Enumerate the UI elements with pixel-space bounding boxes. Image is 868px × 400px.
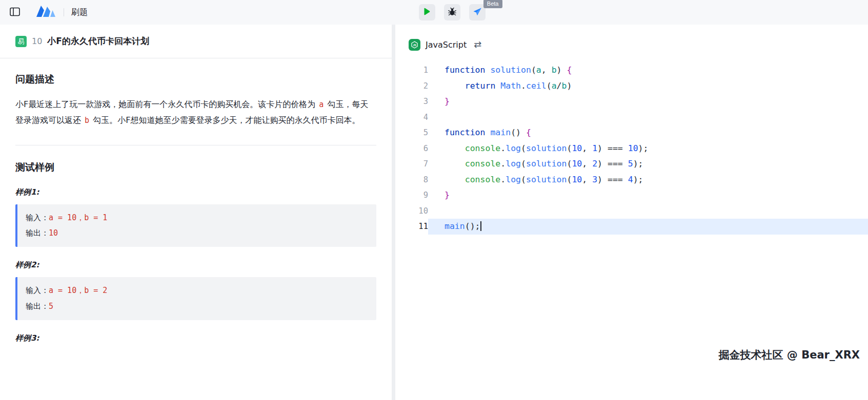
brand-divider [64, 8, 64, 16]
code-line[interactable]: 3} [395, 94, 868, 110]
description-heading: 问题描述 [15, 73, 376, 86]
problem-panel: 易 10 小F的永久代币卡回本计划 问题描述 小F最近迷上了玩一款游戏，她面前有… [0, 25, 392, 400]
line-number: 10 [395, 203, 428, 219]
editor-panel: JS JavaScript ⇄ 1function solution(a, b)… [395, 25, 868, 400]
sample-row: 输入：a = 10，b = 1 [26, 210, 368, 226]
code-line[interactable]: 10 [395, 203, 868, 219]
inline-code: a [318, 100, 325, 109]
code-line-text: } [428, 187, 868, 203]
code-line-text: function solution(a, b) { [428, 62, 868, 78]
app-logo[interactable] [35, 5, 56, 20]
difficulty-badge: 易 [15, 36, 27, 47]
play-icon [423, 8, 430, 17]
sample-row: 输出：10 [26, 225, 368, 241]
line-number: 1 [395, 62, 428, 78]
sample-block: 输入：a = 10，b = 2输出：5 [15, 277, 376, 320]
code-line[interactable]: 7 console.log(solution(10, 2) === 5); [395, 156, 868, 172]
sample-row: 输入：a = 10，b = 2 [26, 283, 368, 299]
line-number: 5 [395, 125, 428, 141]
line-number: 11 [395, 219, 428, 235]
code-line[interactable]: 11main(); [395, 219, 868, 235]
code-line-text: console.log(solution(10, 3) === 4); [428, 172, 868, 188]
beta-badge: Beta [483, 0, 502, 8]
line-number: 8 [395, 172, 428, 188]
editor-actions: Beta [419, 4, 486, 20]
code-line-text [428, 110, 868, 125]
problem-body: 问题描述 小F最近迷上了玩一款游戏，她面前有一个永久代币卡的购买机会。该卡片的价… [0, 58, 392, 365]
bug-icon [448, 7, 457, 18]
line-number: 6 [395, 141, 428, 157]
app-name: 刷题 [71, 7, 88, 18]
topbar: 刷题 [0, 0, 868, 25]
samples-list: 样例1:输入：a = 10，b = 1输出：10样例2:输入：a = 10，b … [15, 187, 376, 343]
line-number: 4 [395, 110, 428, 125]
code-line-text: return Math.ceil(a/b) [428, 78, 868, 94]
code-line[interactable]: 2 return Math.ceil(a/b) [395, 78, 868, 94]
submit-button[interactable]: Beta [469, 4, 486, 20]
description-text: 小F最近迷上了玩一款游戏，她面前有一个永久代币卡的购买机会。该卡片的价格为 [15, 99, 318, 109]
problem-header: 易 10 小F的永久代币卡回本计划 [0, 25, 392, 58]
marscode-logo-icon [35, 5, 56, 20]
code-line-text: main(); [428, 219, 868, 235]
swap-language-icon[interactable]: ⇄ [474, 40, 481, 49]
language-name: JavaScript [426, 40, 467, 50]
code-line[interactable]: 8 console.log(solution(10, 3) === 4); [395, 172, 868, 188]
code-line[interactable]: 4 [395, 110, 868, 125]
sample-label: 样例1: [15, 187, 376, 197]
code-line[interactable]: 9} [395, 187, 868, 203]
code-line[interactable]: 5function main() { [395, 125, 868, 141]
javascript-icon: JS [409, 39, 420, 51]
watermark: 掘金技术社区 @ Bear_XRX [719, 348, 860, 362]
text-cursor [480, 221, 481, 231]
problem-id: 10 [32, 36, 42, 46]
run-button[interactable] [419, 4, 435, 20]
sample-block: 输入：a = 10，b = 1输出：10 [15, 204, 376, 247]
line-number: 9 [395, 187, 428, 203]
line-number: 2 [395, 78, 428, 94]
code-line-text: } [428, 94, 868, 110]
samples-heading: 测试样例 [15, 161, 376, 174]
code-editor[interactable]: 1function solution(a, b) {2 return Math.… [395, 59, 868, 235]
sample-row: 输出：5 [26, 299, 368, 314]
debug-button[interactable] [444, 4, 460, 20]
topbar-left: 刷题 [7, 5, 88, 20]
line-number: 7 [395, 156, 428, 172]
section-divider [15, 145, 376, 145]
main-split: 易 10 小F的永久代币卡回本计划 问题描述 小F最近迷上了玩一款游戏，她面前有… [0, 25, 868, 400]
description-text: 勾玉。小F想知道她至少需要登录多少天，才能让购买的永久代币卡回本。 [90, 115, 360, 125]
sample-label: 样例3: [15, 333, 376, 343]
code-line-text: function main() { [428, 125, 868, 141]
code-line-text: console.log(solution(10, 2) === 5); [428, 156, 868, 172]
sample-label: 样例2: [15, 260, 376, 270]
line-number: 3 [395, 94, 428, 110]
svg-text:JS: JS [413, 43, 416, 46]
inline-code: b [84, 116, 90, 125]
problem-title: 小F的永久代币卡回本计划 [47, 35, 149, 47]
code-line-text [428, 203, 868, 219]
code-line[interactable]: 1function solution(a, b) { [395, 62, 868, 78]
problem-description: 小F最近迷上了玩一款游戏，她面前有一个永久代币卡的购买机会。该卡片的价格为 a … [15, 96, 376, 129]
editor-header: JS JavaScript ⇄ [395, 25, 868, 59]
sidebar-toggle-icon [10, 7, 20, 18]
code-line-text: console.log(solution(10, 1) === 10); [428, 141, 868, 157]
paper-plane-icon [473, 7, 482, 18]
code-line[interactable]: 6 console.log(solution(10, 1) === 10); [395, 141, 868, 157]
sidebar-toggle-button[interactable] [7, 5, 23, 20]
